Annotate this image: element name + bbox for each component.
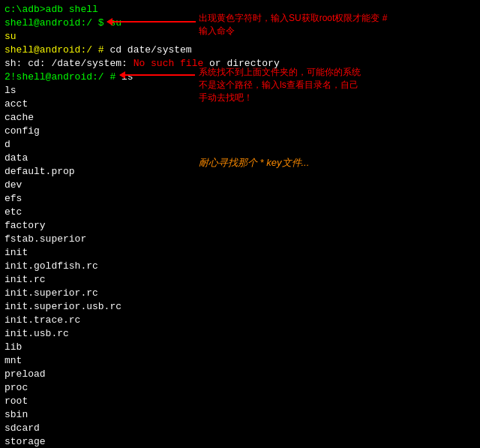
terminal-line: init.goldfish.rc xyxy=(4,260,476,273)
terminal-line: factory xyxy=(4,219,476,233)
terminal-line: dev xyxy=(4,179,476,192)
terminal-line: lib xyxy=(4,341,476,354)
terminal-line: root xyxy=(4,395,476,408)
annotation-text-3: 耐心寻找那个 * key文件... xyxy=(199,156,309,170)
terminal: c:\adb>adb shell shell@android:/ $ su su… xyxy=(0,0,480,448)
terminal-line: init.usb.rc xyxy=(4,327,476,341)
terminal-line: proc xyxy=(4,381,476,395)
annotation-arrow-1 xyxy=(107,21,196,23)
annotation-text-2: 系统找不到上面文件夹的，可能你的系统不是这个路径，输入ls查看目录名，自己手动去… xyxy=(199,66,361,104)
terminal-line: etc xyxy=(4,206,476,219)
terminal-line: sdcard xyxy=(4,422,476,435)
terminal-line: cache xyxy=(4,111,476,125)
terminal-line: storage xyxy=(4,435,476,448)
annotation-text-1: 出现黄色字符时，输入SU获取root权限才能变 #输入命令 xyxy=(199,12,387,38)
terminal-line: init.rc xyxy=(4,273,476,287)
terminal-line: shell@android:/ # cd date/system xyxy=(4,44,476,57)
terminal-line: init.superior.usb.rc xyxy=(4,300,476,314)
terminal-line: init xyxy=(4,246,476,260)
terminal-line: config xyxy=(4,125,476,138)
terminal-line: init.trace.rc xyxy=(4,314,476,327)
terminal-line: fstab.superior xyxy=(4,233,476,246)
terminal-line: mnt xyxy=(4,354,476,368)
terminal-line: d xyxy=(4,138,476,152)
terminal-line: preload xyxy=(4,368,476,381)
terminal-line: efs xyxy=(4,192,476,206)
terminal-line: sbin xyxy=(4,408,476,422)
terminal-line: init.superior.rc xyxy=(4,287,476,300)
annotation-arrow-2 xyxy=(120,74,195,76)
